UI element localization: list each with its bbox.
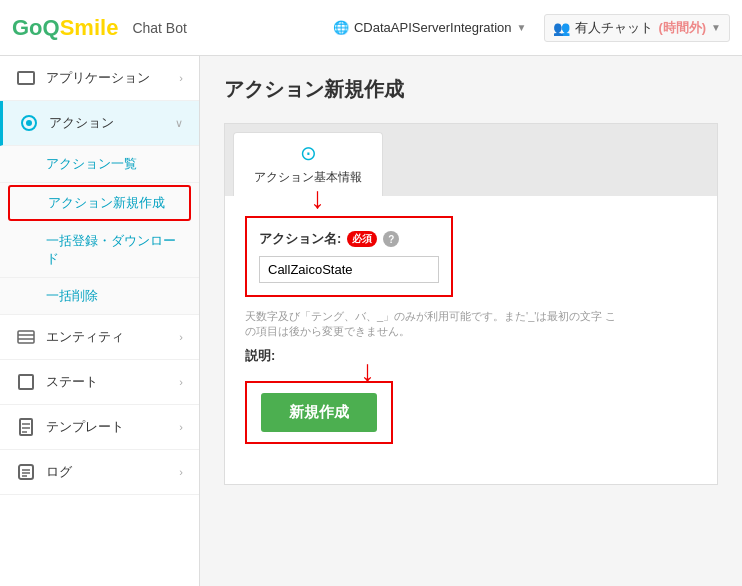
- template-arrow: ›: [179, 421, 183, 433]
- people-icon: 👥: [553, 20, 570, 36]
- action-bulk-item[interactable]: 一括登録・ダウンロード: [0, 223, 199, 278]
- tab-action-basic[interactable]: ⊙ アクション基本情報: [233, 132, 383, 196]
- project-name: CDataAPIServerIntegration: [354, 20, 512, 35]
- application-arrow: ›: [179, 72, 183, 84]
- main-layout: アプリケーション › アクション ∨ アクション一覧 アクション新規作成 一括登…: [0, 56, 742, 586]
- action-new-item[interactable]: アクション新規作成: [8, 185, 191, 221]
- log-icon: [16, 462, 36, 482]
- template-label: テンプレート: [46, 418, 169, 436]
- log-label: ログ: [46, 463, 169, 481]
- description-label: 説明:: [245, 347, 697, 365]
- chat-dropdown-arrow: ▼: [711, 22, 721, 33]
- state-arrow: ›: [179, 376, 183, 388]
- log-arrow: ›: [179, 466, 183, 478]
- create-button-section: 新規作成: [245, 381, 393, 444]
- action-name-input[interactable]: [259, 256, 439, 283]
- chat-label: 有人チャット: [575, 19, 653, 37]
- svg-rect-3: [18, 331, 34, 343]
- sidebar-item-state[interactable]: ステート ›: [0, 360, 199, 405]
- entity-arrow: ›: [179, 331, 183, 343]
- app-icon: [16, 68, 36, 88]
- header: GoQSmile Chat Bot 🌐 CDataAPIServerIntegr…: [0, 0, 742, 56]
- tab-bar: ⊙ アクション基本情報: [225, 124, 717, 196]
- action-name-label-text: アクション名:: [259, 230, 341, 248]
- svg-point-2: [26, 120, 32, 126]
- action-bulk-label: 一括登録・ダウンロード: [46, 233, 176, 266]
- create-button[interactable]: 新規作成: [261, 393, 377, 432]
- tab-icon: ⊙: [300, 141, 317, 165]
- required-badge: 必須: [347, 231, 377, 247]
- svg-rect-6: [19, 375, 33, 389]
- action-name-section: アクション名: 必須 ?: [245, 216, 453, 297]
- logo: GoQSmile: [12, 15, 118, 41]
- entity-label: エンティティ: [46, 328, 169, 346]
- action-list-item[interactable]: アクション一覧: [0, 146, 199, 183]
- action-list-label: アクション一覧: [46, 156, 137, 171]
- project-dropdown-arrow: ▼: [517, 22, 527, 33]
- state-icon: [16, 372, 36, 392]
- page-title: アクション新規作成: [224, 76, 718, 103]
- svg-rect-11: [19, 465, 33, 479]
- chat-time-status: (時間外): [658, 19, 706, 37]
- sidebar-item-template[interactable]: テンプレート ›: [0, 405, 199, 450]
- project-selector[interactable]: 🌐 CDataAPIServerIntegration ▼: [325, 16, 534, 39]
- action-new-label: アクション新規作成: [48, 195, 165, 210]
- action-name-row: アクション名: 必須 ?: [259, 230, 439, 248]
- project-icon: 🌐: [333, 20, 349, 35]
- sidebar-item-entity[interactable]: エンティティ ›: [0, 315, 199, 360]
- action-arrow: ∨: [175, 117, 183, 130]
- action-delete-item[interactable]: 一括削除: [0, 278, 199, 315]
- sidebar: アプリケーション › アクション ∨ アクション一覧 アクション新規作成 一括登…: [0, 56, 200, 586]
- chat-status[interactable]: 👥 有人チャット (時間外) ▼: [544, 14, 730, 42]
- template-icon: [16, 417, 36, 437]
- hint-text: 天数字及び「テング、バ、_」のみが利用可能です。また'_'は最初の文字 この項目…: [245, 309, 625, 339]
- help-icon[interactable]: ?: [383, 231, 399, 247]
- sidebar-item-log[interactable]: ログ ›: [0, 450, 199, 495]
- logo-text: GoQSmile: [12, 15, 118, 41]
- action-delete-label: 一括削除: [46, 288, 98, 303]
- svg-rect-0: [18, 72, 34, 84]
- action-icon: [19, 113, 39, 133]
- form-container: ⊙ アクション基本情報 ↓ アクション名: 必須 ?: [224, 123, 718, 485]
- chatbot-label: Chat Bot: [132, 20, 186, 36]
- state-label: ステート: [46, 373, 169, 391]
- sidebar-item-action[interactable]: アクション ∨: [0, 101, 199, 146]
- tab-label: アクション基本情報: [254, 169, 362, 186]
- content-area: アクション新規作成 ⊙ アクション基本情報 ↓ アクション名: 必須: [200, 56, 742, 586]
- form-body: ↓ アクション名: 必須 ? 天数字及び「テング、バ、_」のみが利用可能です。ま…: [225, 196, 717, 464]
- action-label: アクション: [49, 114, 165, 132]
- sidebar-item-application[interactable]: アプリケーション ›: [0, 56, 199, 101]
- application-label: アプリケーション: [46, 69, 169, 87]
- action-submenu: アクション一覧 アクション新規作成 一括登録・ダウンロード 一括削除: [0, 146, 199, 315]
- entity-icon: [16, 327, 36, 347]
